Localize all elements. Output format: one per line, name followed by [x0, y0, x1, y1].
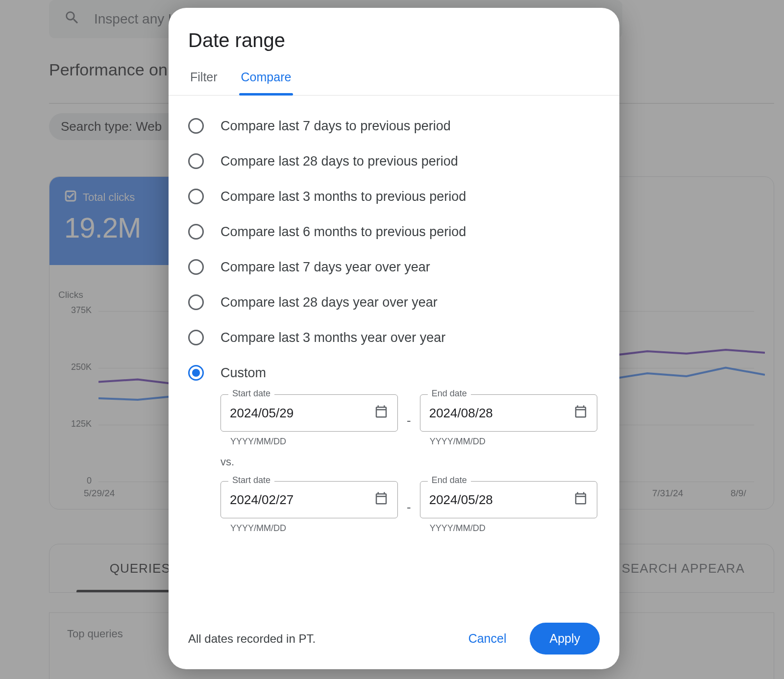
date-value: 2024/08/28	[429, 406, 493, 421]
radio-icon[interactable]	[188, 294, 204, 310]
field-label: End date	[428, 475, 471, 485]
vs-label: vs.	[220, 447, 600, 477]
radio-icon[interactable]	[188, 330, 204, 345]
radio-label: Compare last 28 days to previous period	[220, 154, 458, 169]
field-label: Start date	[228, 475, 274, 485]
y-tick: 0	[62, 476, 92, 486]
tile-value: 19.2M	[64, 211, 162, 244]
apply-button[interactable]: Apply	[530, 623, 600, 655]
y-tick: 125K	[62, 419, 92, 429]
dialog-footer: All dates recorded in PT. Cancel Apply	[169, 612, 619, 669]
date-hint: YYYY/MM/DD	[230, 436, 398, 447]
compare-option-7[interactable]: Custom	[188, 355, 600, 390]
field-label: End date	[428, 388, 471, 399]
date-range-a: Start date 2024/05/29 YYYY/MM/DD - End d…	[220, 394, 600, 447]
calendar-icon[interactable]	[573, 404, 588, 422]
compare-option-5[interactable]: Compare last 28 days year over year	[188, 285, 600, 320]
total-clicks-tile[interactable]: Total clicks 19.2M	[49, 177, 177, 265]
tab-search-appearance[interactable]: SEARCH APPEARA	[593, 544, 774, 592]
page-title: Performance on	[49, 60, 168, 79]
radio-icon[interactable]	[188, 118, 204, 134]
tile-label: Total clicks	[83, 191, 135, 204]
compare-option-2[interactable]: Compare last 3 months to previous period	[188, 179, 600, 214]
calendar-icon[interactable]	[374, 404, 389, 422]
dialog-tabs: Filter Compare	[169, 61, 619, 96]
timezone-note: All dates recorded in PT.	[188, 632, 445, 646]
date-range-b: Start date 2024/02/27 YYYY/MM/DD - End d…	[220, 481, 600, 534]
compare-option-4[interactable]: Compare last 7 days year over year	[188, 249, 600, 285]
compare-option-0[interactable]: Compare last 7 days to previous period	[188, 108, 600, 144]
compare-option-1[interactable]: Compare last 28 days to previous period	[188, 144, 600, 179]
radio-icon[interactable]	[188, 153, 204, 169]
radio-icon[interactable]	[188, 189, 204, 204]
y-tick: 375K	[62, 305, 92, 315]
date-value: 2024/05/28	[429, 492, 493, 508]
range-dash: -	[407, 500, 411, 515]
radio-label: Compare last 28 days year over year	[220, 295, 438, 310]
dialog-body[interactable]: Compare last 7 days to previous periodCo…	[169, 96, 619, 612]
radio-label: Compare last 3 months year over year	[220, 330, 445, 345]
radio-icon[interactable]	[188, 365, 204, 381]
chip-label: Search type: Web	[61, 119, 162, 134]
end-date-b[interactable]: End date 2024/05/28 YYYY/MM/DD	[420, 481, 597, 534]
search-icon	[64, 9, 80, 29]
radio-icon[interactable]	[188, 259, 204, 275]
dialog-title: Date range	[169, 8, 619, 61]
date-hint: YYYY/MM/DD	[230, 523, 398, 534]
date-hint: YYYY/MM/DD	[430, 436, 597, 447]
cancel-button[interactable]: Cancel	[460, 625, 515, 653]
date-value: 2024/02/27	[230, 492, 294, 508]
y-axis-label: Clicks	[58, 290, 83, 300]
date-hint: YYYY/MM/DD	[430, 523, 597, 534]
radio-label: Compare last 3 months to previous period	[220, 189, 466, 204]
date-value: 2024/05/29	[230, 406, 294, 421]
radio-icon[interactable]	[188, 224, 204, 240]
tab-compare[interactable]: Compare	[239, 61, 294, 95]
radio-label: Compare last 7 days year over year	[220, 260, 430, 275]
end-date-a[interactable]: End date 2024/08/28 YYYY/MM/DD	[420, 394, 597, 447]
x-tick: 7/31/24	[652, 488, 683, 499]
start-date-b[interactable]: Start date 2024/02/27 YYYY/MM/DD	[220, 481, 398, 534]
compare-option-6[interactable]: Compare last 3 months year over year	[188, 320, 600, 355]
tab-filter[interactable]: Filter	[188, 61, 220, 95]
calendar-icon[interactable]	[573, 491, 588, 509]
x-tick: 8/9/	[731, 488, 746, 499]
radio-label: Compare last 7 days to previous period	[220, 119, 451, 134]
calendar-icon[interactable]	[374, 491, 389, 509]
compare-option-3[interactable]: Compare last 6 months to previous period	[188, 214, 600, 249]
search-placeholder: Inspect any U	[94, 11, 178, 27]
start-date-a[interactable]: Start date 2024/05/29 YYYY/MM/DD	[220, 394, 398, 447]
x-tick: 5/29/24	[84, 488, 115, 499]
radio-label: Custom	[220, 365, 266, 381]
range-dash: -	[407, 413, 411, 428]
radio-label: Compare last 6 months to previous period	[220, 224, 466, 240]
y-tick: 250K	[62, 362, 92, 372]
field-label: Start date	[228, 388, 274, 399]
date-range-dialog: Date range Filter Compare Compare last 7…	[169, 8, 619, 669]
checkbox-checked-icon	[64, 190, 77, 205]
